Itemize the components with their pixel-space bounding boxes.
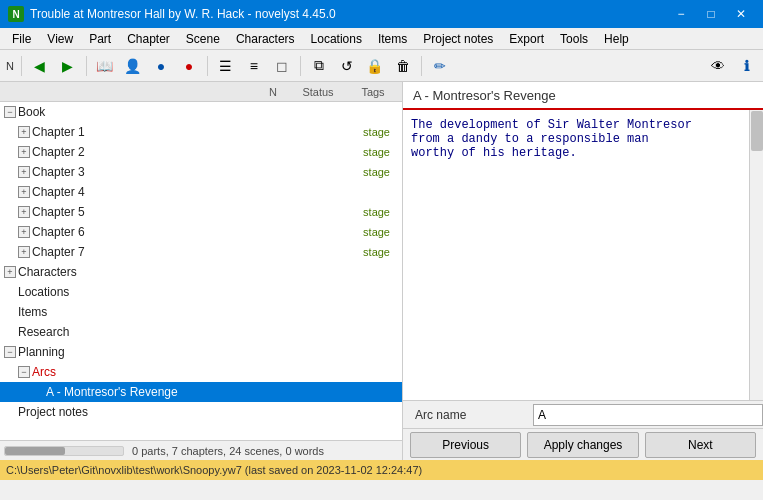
list2-button[interactable]: ≡ [241, 53, 267, 79]
tree-item-book[interactable]: −Book [0, 102, 402, 122]
tree-label-chapter6: Chapter 6 [32, 225, 348, 239]
arc-name-input[interactable] [533, 404, 763, 426]
toolbar-sep-5 [421, 56, 422, 76]
tree-item-chapter4[interactable]: +Chapter 4 [0, 182, 402, 202]
footer: C:\Users\Peter\Git\novxlib\test\work\Sno… [0, 460, 763, 480]
expand-icon-chapter7[interactable]: + [18, 246, 30, 258]
menu-item-locations[interactable]: Locations [303, 28, 370, 50]
tree-header-tags: Tags [348, 86, 398, 98]
scrollbar-thumb[interactable] [751, 111, 763, 151]
arc-name-label: Arc name [403, 408, 533, 422]
tree-label-chapter4: Chapter 4 [32, 185, 398, 199]
menu-item-characters[interactable]: Characters [228, 28, 303, 50]
previous-button[interactable]: Previous [410, 432, 521, 458]
menu-item-part[interactable]: Part [81, 28, 119, 50]
expand-icon-chapter5[interactable]: + [18, 206, 30, 218]
menu-item-view[interactable]: View [39, 28, 81, 50]
trash-button[interactable]: 🗑 [390, 53, 416, 79]
tree: −Book+Chapter 1stage+Chapter 2stage+Chap… [0, 102, 402, 440]
tree-label-chapter3: Chapter 3 [32, 165, 348, 179]
tree-label-arcs: Arcs [32, 365, 398, 379]
eye-button[interactable]: 👁 [705, 53, 731, 79]
tree-item-arcs[interactable]: −Arcs [0, 362, 402, 382]
toolbar-n-label: N [4, 60, 16, 72]
list-button[interactable]: ☰ [213, 53, 239, 79]
arc-name-row: Arc name [403, 400, 763, 428]
title-bar-left: N Trouble at Montresor Hall by W. R. Hac… [8, 6, 336, 22]
menu-item-scene[interactable]: Scene [178, 28, 228, 50]
red-dot-button[interactable]: ● [176, 53, 202, 79]
tree-label-research: Research [18, 325, 398, 339]
menu-item-file[interactable]: File [4, 28, 39, 50]
menu-item-project-notes[interactable]: Project notes [415, 28, 501, 50]
left-h-track[interactable] [4, 446, 124, 456]
menu-item-tools[interactable]: Tools [552, 28, 596, 50]
tree-item-chapter2[interactable]: +Chapter 2stage [0, 142, 402, 162]
tree-item-chapter5[interactable]: +Chapter 5stage [0, 202, 402, 222]
tree-label-project-notes: Project notes [18, 405, 398, 419]
expand-icon-chapter4[interactable]: + [18, 186, 30, 198]
toolbar-sep-1 [21, 56, 22, 76]
app-icon: N [8, 6, 24, 22]
title-bar-controls: − □ ✕ [667, 4, 755, 24]
right-panel: A - Montresor's Revenge Arc name Previou… [403, 82, 763, 460]
document-button[interactable]: ◻ [269, 53, 295, 79]
title-bar: N Trouble at Montresor Hall by W. R. Hac… [0, 0, 763, 28]
tree-item-planning[interactable]: −Planning [0, 342, 402, 362]
lock-button[interactable]: 🔒 [362, 53, 388, 79]
book-button[interactable]: 📖 [92, 53, 118, 79]
minimize-button[interactable]: − [667, 4, 695, 24]
menu-item-help[interactable]: Help [596, 28, 637, 50]
menu-item-export[interactable]: Export [501, 28, 552, 50]
close-button[interactable]: ✕ [727, 4, 755, 24]
tree-item-chapter6[interactable]: +Chapter 6stage [0, 222, 402, 242]
expand-icon-planning[interactable]: − [4, 346, 16, 358]
tree-header-n: N [258, 86, 288, 98]
arc-description-textarea[interactable] [403, 110, 763, 400]
expand-icon-chapter2[interactable]: + [18, 146, 30, 158]
tree-item-arc-montresor[interactable]: A - Montresor's Revenge [0, 382, 402, 402]
maximize-button[interactable]: □ [697, 4, 725, 24]
tree-label-planning: Planning [18, 345, 398, 359]
expand-icon-book[interactable]: − [4, 106, 16, 118]
tree-label-book: Book [18, 105, 398, 119]
apply-button[interactable]: Apply changes [527, 432, 638, 458]
tree-item-locations[interactable]: Locations [0, 282, 402, 302]
toolbar-sep-3 [207, 56, 208, 76]
tree-item-project-notes[interactable]: Project notes [0, 402, 402, 422]
tree-item-chapter1[interactable]: +Chapter 1stage [0, 122, 402, 142]
tree-label-chapter1: Chapter 1 [32, 125, 348, 139]
tree-item-chapter3[interactable]: +Chapter 3stage [0, 162, 402, 182]
refresh-button[interactable]: ↺ [334, 53, 360, 79]
left-panel: N Status Tags −Book+Chapter 1stage+Chapt… [0, 82, 403, 460]
expand-icon-chapter1[interactable]: + [18, 126, 30, 138]
tree-item-research[interactable]: Research [0, 322, 402, 342]
edit-button[interactable]: ✏ [427, 53, 453, 79]
menu-item-chapter[interactable]: Chapter [119, 28, 178, 50]
tree-header: N Status Tags [0, 82, 402, 102]
left-h-thumb[interactable] [5, 447, 65, 455]
status-tag-chapter5: stage [348, 206, 398, 218]
expand-icon-arcs[interactable]: − [18, 366, 30, 378]
right-scrollbar[interactable] [749, 110, 763, 400]
left-status-text: 0 parts, 7 chapters, 24 scenes, 0 words [132, 445, 324, 457]
forward-button[interactable]: ▶ [55, 53, 81, 79]
toolbar-sep-4 [300, 56, 301, 76]
tree-label-characters: Characters [18, 265, 398, 279]
bottom-buttons: Previous Apply changes Next [403, 428, 763, 460]
copy-button[interactable]: ⧉ [306, 53, 332, 79]
menu-item-items[interactable]: Items [370, 28, 415, 50]
tree-item-characters[interactable]: +Characters [0, 262, 402, 282]
main-content: N Status Tags −Book+Chapter 1stage+Chapt… [0, 82, 763, 460]
expand-icon-characters[interactable]: + [4, 266, 16, 278]
tree-item-items[interactable]: Items [0, 302, 402, 322]
person-button[interactable]: 👤 [120, 53, 146, 79]
back-button[interactable]: ◀ [27, 53, 53, 79]
expand-icon-chapter3[interactable]: + [18, 166, 30, 178]
expand-icon-chapter6[interactable]: + [18, 226, 30, 238]
info-button[interactable]: ℹ [733, 53, 759, 79]
circle-button[interactable]: ● [148, 53, 174, 79]
menu-bar: FileViewPartChapterSceneCharactersLocati… [0, 28, 763, 50]
tree-item-chapter7[interactable]: +Chapter 7stage [0, 242, 402, 262]
next-button[interactable]: Next [645, 432, 756, 458]
